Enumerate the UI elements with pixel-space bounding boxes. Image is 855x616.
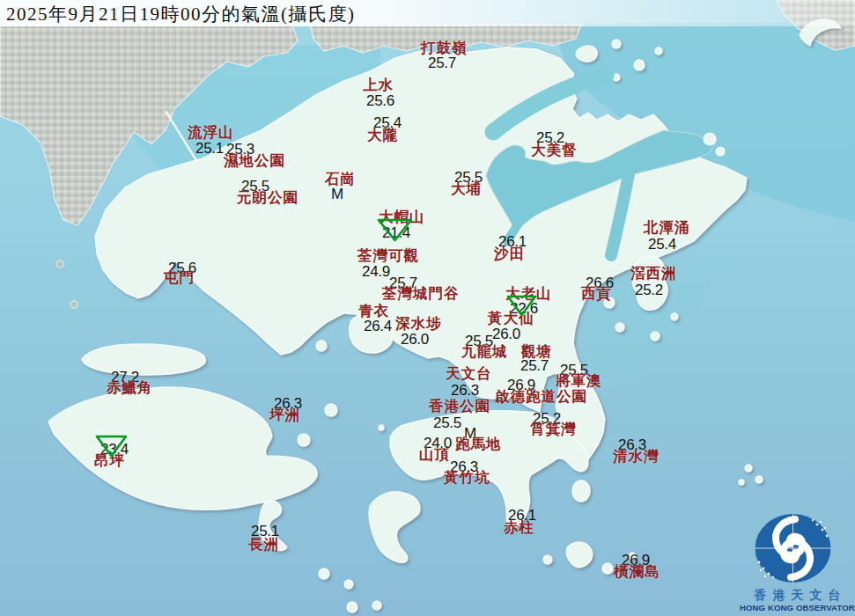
tung-lung-chau — [572, 480, 590, 502]
page-title: 2025年9月21日19時00分的氣溫(攝氏度) — [6, 2, 356, 26]
hko-temperature-map-page: 2025年9月21日19時00分的氣溫(攝氏度) 25.7打鼓嶺25.6上水25… — [0, 0, 855, 616]
ma-wan-island — [316, 341, 327, 351]
tap-mun-island — [704, 133, 716, 145]
green-island — [379, 425, 384, 430]
title-bar: 2025年9月21日19時00分的氣溫(攝氏度) — [0, 0, 855, 26]
hko-logo-english-name: HONG KONG OBSERVATORY — [740, 603, 855, 613]
hong-kong-map — [0, 0, 855, 616]
hko-logo-chinese-name: 香港天文台 — [740, 588, 855, 603]
peng-chau-island — [325, 404, 337, 416]
hei-ling-chau-island — [298, 434, 310, 446]
hko-logo-emblem — [740, 498, 855, 586]
waglan-island — [629, 553, 636, 560]
tsing-yi-island — [350, 313, 394, 353]
hko-logo: 香港天文台 HONG KONG OBSERVATORY — [740, 498, 855, 616]
airport-island — [82, 344, 206, 375]
